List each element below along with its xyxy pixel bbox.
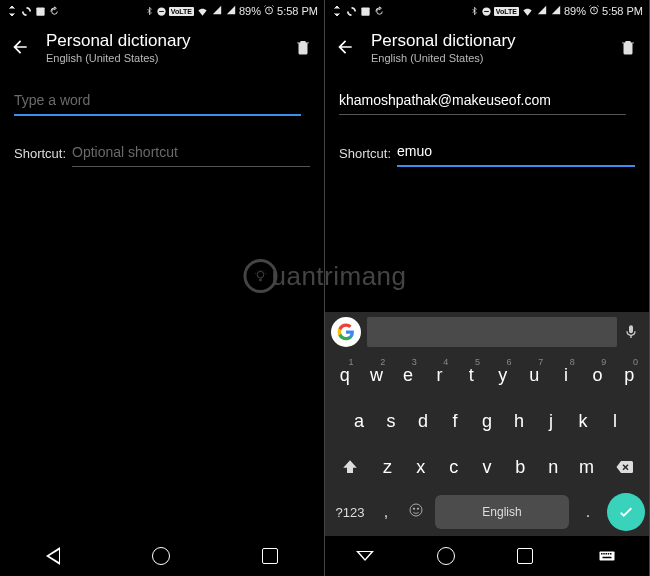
svg-rect-2 <box>159 11 164 12</box>
key-g[interactable]: g <box>472 401 502 441</box>
key-r[interactable]: r4 <box>425 355 455 395</box>
symbols-key[interactable]: ?123 <box>329 505 371 520</box>
nav-back-icon[interactable] <box>356 551 374 561</box>
nav-back-icon[interactable] <box>46 547 60 565</box>
keyboard-row-2: asdfghjkl <box>325 398 649 444</box>
page-subtitle: English (United States) <box>371 52 603 64</box>
key-y[interactable]: y6 <box>488 355 518 395</box>
refresh-icon <box>49 6 60 17</box>
bluetooth-icon <box>470 5 479 17</box>
clock-text: 5:58 PM <box>277 5 318 17</box>
shortcut-input[interactable] <box>72 138 310 167</box>
word-input[interactable] <box>14 86 301 116</box>
keyboard-toggle-icon[interactable] <box>596 547 618 565</box>
svg-rect-16 <box>610 553 612 555</box>
shortcut-input[interactable] <box>397 137 635 167</box>
status-bar: VoLTE 89% 5:58 PM <box>0 0 324 22</box>
keyboard-row-1: q1w2e3r4t5y6u7i8o9p0 <box>325 352 649 398</box>
nav-bar <box>325 536 649 576</box>
bluetooth-icon <box>145 5 154 17</box>
comma-key[interactable]: , <box>371 503 401 521</box>
shortcut-label: Shortcut: <box>339 146 391 167</box>
enter-key[interactable] <box>607 493 645 531</box>
key-j[interactable]: j <box>536 401 566 441</box>
key-d[interactable]: d <box>408 401 438 441</box>
svg-point-10 <box>417 508 418 509</box>
wifi-icon <box>196 6 209 17</box>
key-a[interactable]: a <box>344 401 374 441</box>
alarm-icon <box>588 4 600 18</box>
key-b[interactable]: b <box>505 447 536 487</box>
battery-text: 89% <box>564 5 586 17</box>
app-bar: Personal dictionary English (United Stat… <box>325 22 649 72</box>
key-t[interactable]: t5 <box>456 355 486 395</box>
key-v[interactable]: v <box>471 447 502 487</box>
key-f[interactable]: f <box>440 401 470 441</box>
shortcut-label: Shortcut: <box>14 146 66 167</box>
keyboard-search-bar[interactable] <box>367 317 617 347</box>
svg-point-9 <box>413 508 414 509</box>
key-l[interactable]: l <box>600 401 630 441</box>
key-w[interactable]: w2 <box>362 355 392 395</box>
delete-icon[interactable] <box>619 38 637 56</box>
backspace-key[interactable] <box>603 446 645 488</box>
keyboard-row-3: zxcvbnm <box>325 444 649 490</box>
key-m[interactable]: m <box>571 447 602 487</box>
svg-rect-4 <box>361 7 369 15</box>
shift-key[interactable] <box>329 446 371 488</box>
volte-badge: VoLTE <box>494 7 519 16</box>
key-h[interactable]: h <box>504 401 534 441</box>
sync-icon <box>346 6 357 17</box>
dnd-icon <box>156 6 167 17</box>
word-input[interactable] <box>339 86 626 115</box>
sync-icon <box>21 6 32 17</box>
key-s[interactable]: s <box>376 401 406 441</box>
back-icon[interactable] <box>335 37 355 57</box>
page-title: Personal dictionary <box>46 31 278 51</box>
mic-icon[interactable] <box>623 324 639 340</box>
key-q[interactable]: q1 <box>330 355 360 395</box>
back-icon[interactable] <box>10 37 30 57</box>
nav-home-icon[interactable] <box>152 547 170 565</box>
key-x[interactable]: x <box>405 447 436 487</box>
nav-bar <box>0 536 324 576</box>
key-p[interactable]: p0 <box>614 355 644 395</box>
phone-right: VoLTE 89% 5:58 PM Personal dictionary En… <box>325 0 650 576</box>
key-n[interactable]: n <box>538 447 569 487</box>
wifi-icon <box>521 6 534 17</box>
image-icon <box>360 6 371 17</box>
nav-recent-icon[interactable] <box>517 548 533 564</box>
svg-rect-17 <box>602 557 611 559</box>
page-title: Personal dictionary <box>371 31 603 51</box>
space-key[interactable]: English <box>435 495 569 529</box>
key-k[interactable]: k <box>568 401 598 441</box>
period-key[interactable]: . <box>573 503 603 521</box>
svg-point-8 <box>410 504 422 516</box>
status-bar: VoLTE 89% 5:58 PM <box>325 0 649 22</box>
key-o[interactable]: o9 <box>583 355 613 395</box>
nav-home-icon[interactable] <box>437 547 455 565</box>
emoji-key[interactable] <box>401 502 431 522</box>
refresh-icon <box>374 6 385 17</box>
signal-icon-1 <box>211 5 223 17</box>
key-u[interactable]: u7 <box>520 355 550 395</box>
svg-rect-14 <box>605 553 607 555</box>
google-icon[interactable] <box>331 317 361 347</box>
network-icon <box>331 5 343 17</box>
delete-icon[interactable] <box>294 38 312 56</box>
svg-rect-6 <box>484 11 489 12</box>
key-z[interactable]: z <box>372 447 403 487</box>
signal-icon-1 <box>536 5 548 17</box>
battery-text: 89% <box>239 5 261 17</box>
key-c[interactable]: c <box>438 447 469 487</box>
signal-icon-2 <box>550 5 562 17</box>
nav-recent-icon[interactable] <box>262 548 278 564</box>
svg-rect-11 <box>599 552 614 561</box>
svg-rect-0 <box>36 7 44 15</box>
key-i[interactable]: i8 <box>551 355 581 395</box>
svg-rect-12 <box>601 553 603 555</box>
key-e[interactable]: e3 <box>393 355 423 395</box>
svg-rect-13 <box>603 553 605 555</box>
signal-icon-2 <box>225 5 237 17</box>
volte-badge: VoLTE <box>169 7 194 16</box>
